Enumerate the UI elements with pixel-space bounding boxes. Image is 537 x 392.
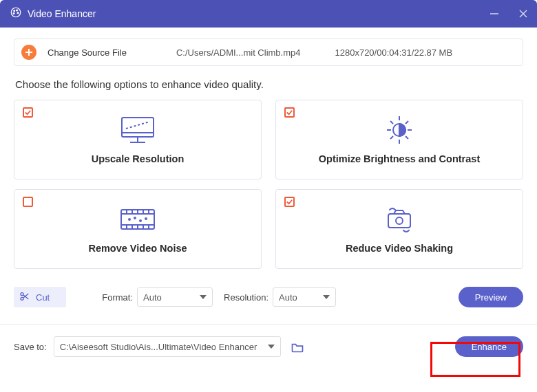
resolution-value: Auto (279, 292, 297, 303)
camera-shake-icon (380, 204, 419, 235)
svg-line-14 (126, 122, 149, 129)
checkbox-shaking[interactable] (284, 197, 295, 207)
save-path-select[interactable]: C:\Aiseesoft Studio\Ais...Ultimate\Video… (54, 336, 281, 357)
chevron-down-icon (323, 295, 330, 299)
option-label: Upscale Resolution (92, 153, 185, 164)
change-source-label[interactable]: Change Source File (48, 47, 127, 58)
palette-icon (10, 6, 22, 21)
window-controls (486, 0, 531, 28)
option-label: Optimize Brightness and Contrast (319, 153, 480, 164)
options-grid: Upscale Resolution Optimize Br (14, 100, 523, 269)
save-row: Save to: C:\Aiseesoft Studio\Ais...Ultim… (14, 324, 523, 357)
change-source-button[interactable] (21, 45, 36, 60)
svg-rect-10 (122, 118, 154, 137)
cut-button[interactable]: Cut (14, 287, 66, 307)
format-value: Auto (143, 292, 162, 303)
format-label: Format: (102, 292, 133, 303)
option-brightness-contrast[interactable]: Optimize Brightness and Contrast (275, 100, 523, 179)
minimize-button[interactable] (486, 6, 503, 22)
option-label: Reduce Video Shaking (346, 243, 453, 254)
save-path-value: C:\Aiseesoft Studio\Ais...Ultimate\Video… (60, 342, 257, 352)
option-remove-noise[interactable]: Remove Video Noise (14, 189, 262, 269)
source-bar: Change Source File C:/Users/ADMI...mit C… (14, 39, 523, 66)
cut-label: Cut (36, 292, 50, 303)
resolution-label: Resolution: (224, 292, 268, 303)
option-label: Remove Video Noise (88, 243, 187, 254)
option-reduce-shaking[interactable]: Reduce Video Shaking (275, 189, 523, 269)
sun-icon (381, 115, 417, 145)
format-select[interactable]: Auto (137, 287, 213, 307)
svg-point-39 (140, 220, 141, 221)
svg-line-23 (390, 136, 393, 139)
svg-point-44 (21, 297, 23, 300)
resolution-select[interactable]: Auto (273, 287, 336, 307)
controls-row: Cut Format: Auto Resolution: Auto Previe… (14, 287, 523, 307)
option-upscale-resolution[interactable]: Upscale Resolution (14, 100, 262, 179)
checkbox-upscale[interactable] (23, 107, 33, 118)
svg-point-37 (129, 219, 130, 220)
svg-line-22 (406, 121, 408, 124)
preview-button[interactable]: Preview (459, 287, 523, 307)
chevron-down-icon (200, 295, 207, 299)
svg-point-43 (21, 292, 23, 295)
svg-point-38 (134, 217, 136, 219)
instruction-text: Choose the following options to enhance … (15, 78, 523, 90)
svg-point-3 (17, 12, 19, 14)
chevron-down-icon (268, 345, 275, 349)
svg-point-1 (14, 10, 15, 12)
app-title: Video Enhancer (28, 8, 96, 19)
film-icon (118, 204, 157, 235)
scissors-icon (19, 291, 30, 304)
checkbox-brightness[interactable] (284, 107, 295, 118)
svg-line-20 (390, 121, 393, 124)
svg-point-0 (11, 8, 21, 17)
svg-point-40 (145, 218, 147, 219)
source-path: C:/Users/ADMI...mit Climb.mp4 (176, 47, 301, 58)
svg-point-42 (396, 217, 403, 224)
app-window: Video Enhancer Change Source File C:/Use… (0, 0, 537, 392)
open-folder-button[interactable] (288, 337, 307, 356)
source-meta: 1280x720/00:04:31/22.87 MB (335, 47, 452, 58)
checkbox-noise[interactable] (23, 197, 33, 207)
svg-line-21 (406, 136, 408, 139)
svg-point-4 (13, 13, 14, 14)
close-button[interactable] (515, 6, 531, 22)
enhance-button[interactable]: Enhance (455, 336, 523, 357)
svg-point-2 (17, 10, 18, 11)
monitor-icon (118, 115, 158, 145)
svg-rect-41 (388, 214, 410, 228)
content-area: Change Source File C:/Users/ADMI...mit C… (0, 28, 537, 392)
titlebar: Video Enhancer (0, 0, 537, 28)
save-to-label: Save to: (14, 342, 47, 352)
